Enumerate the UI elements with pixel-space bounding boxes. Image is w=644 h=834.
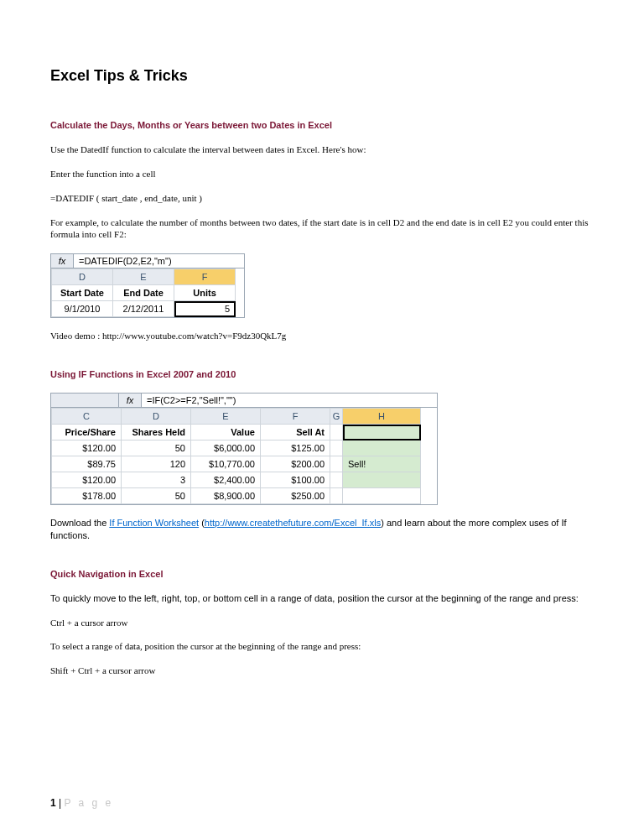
excel-grid: C D E F G H Price/Share Shares Held Valu… (51, 408, 421, 504)
cell-result-selected: 5 (174, 301, 236, 317)
column-header-D: D (122, 409, 191, 425)
cell-shares: 50 (122, 440, 191, 456)
page-number: 1 (50, 797, 56, 809)
cell-empty (330, 425, 343, 440)
cell-h-row3: Sell! (343, 456, 421, 472)
paragraph: For example, to calculate the number of … (50, 216, 594, 242)
page-title: Excel Tips & Tricks (50, 67, 594, 85)
excel-screenshot-if: fx =IF(C2>=F2,"Sell!","") C D E F G H Pr… (50, 393, 438, 505)
cell-empty (343, 488, 421, 504)
link-if-worksheet[interactable]: If Function Worksheet (109, 518, 199, 528)
cell-header-enddate: End Date (113, 285, 174, 301)
column-header-G: G (330, 409, 343, 425)
cell-value: $2,400.00 (191, 472, 261, 488)
cell-price: $89.75 (52, 456, 122, 472)
cell-price: $120.00 (52, 440, 122, 456)
cell-sellat: $250.00 (261, 488, 330, 504)
cell-header-units: Units (174, 285, 236, 301)
cell-price: $120.00 (52, 472, 122, 488)
cell-header-price: Price/Share (52, 425, 122, 440)
column-header-E: E (113, 269, 174, 285)
fx-label: fx (51, 254, 74, 268)
paragraph: Enter the function into a cell (50, 168, 594, 180)
paragraph: To quickly move to the left, right, top,… (50, 592, 594, 605)
cell-sellat: $125.00 (261, 440, 330, 456)
cell-h-row1-selected (343, 425, 421, 440)
cell-header-sellat: Sell At (261, 425, 330, 440)
cell-sellat: $200.00 (261, 456, 330, 472)
text: ( (199, 518, 205, 528)
cell-enddate-value: 2/12/2011 (113, 301, 174, 317)
cell-value: $8,900.00 (191, 488, 261, 504)
formula-text: =DATEDIF(D2,E2,"m") (74, 254, 244, 268)
paragraph-formula: =DATEDIF ( start_date , end_date, unit ) (50, 192, 594, 205)
cell-shares: 50 (122, 488, 191, 504)
cell-header-value: Value (191, 425, 261, 440)
paragraph: Use the DatedIf function to calculate th… (50, 143, 594, 156)
fx-label: fx (119, 394, 142, 407)
column-header-F-selected: F (174, 269, 236, 285)
cell-header-startdate: Start Date (52, 285, 113, 301)
column-header-D: D (52, 269, 113, 285)
text: ) (381, 518, 387, 528)
column-header-C: C (52, 409, 122, 425)
formula-bar: fx =IF(C2>=F2,"Sell!","") (51, 394, 437, 408)
document-page: Excel Tips & Tricks Calculate the Days, … (0, 0, 644, 834)
paragraph-video-link: Video demo : http://www.youtube.com/watc… (50, 330, 594, 342)
cell-startdate-value: 9/1/2010 (52, 301, 113, 317)
cell-shares: 120 (122, 456, 191, 472)
column-header-E: E (191, 409, 261, 425)
formula-text: =IF(C2>=F2,"Sell!","") (142, 394, 437, 407)
cell-value: $10,770.00 (191, 456, 261, 472)
paragraph-download: Download the If Function Worksheet (http… (50, 517, 594, 542)
cell-price: $178.00 (52, 488, 122, 504)
column-header-F: F (261, 409, 330, 425)
link-if-worksheet-url[interactable]: http://www.createthefuture.com/Excel_If.… (205, 518, 381, 528)
cell-value: $6,000.00 (191, 440, 261, 456)
excel-screenshot-datedif: fx =DATEDIF(D2,E2,"m") D E F Start Date … (50, 253, 245, 318)
cell-empty (330, 440, 343, 456)
excel-grid: D E F Start Date End Date Units 9/1/2010… (51, 268, 236, 317)
cell-empty (330, 456, 343, 472)
section-heading-quicknav: Quick Navigation in Excel (50, 569, 594, 579)
cell-sellat: $100.00 (261, 472, 330, 488)
footer-page-label: P a g e (64, 797, 113, 809)
cell-header-shares: Shares Held (122, 425, 191, 440)
cell-h-row2 (343, 440, 421, 456)
cell-h-row4 (343, 472, 421, 488)
paragraph-shortcut: Ctrl + a cursor arrow (50, 617, 594, 629)
page-footer: 1 | P a g e (50, 797, 113, 809)
formula-bar: fx =DATEDIF(D2,E2,"m") (51, 254, 244, 268)
cell-empty (330, 472, 343, 488)
paragraph: To select a range of data, position the … (50, 640, 594, 653)
column-header-H-selected: H (343, 409, 421, 425)
section-heading-if: Using IF Functions in Excel 2007 and 201… (50, 369, 594, 379)
section-heading-datedif: Calculate the Days, Months or Years betw… (50, 120, 594, 130)
cell-shares: 3 (122, 472, 191, 488)
text: Download the (50, 518, 109, 528)
footer-separator: | (56, 797, 65, 809)
paragraph-shortcut: Shift + Ctrl + a cursor arrow (50, 665, 594, 677)
cell-empty (330, 488, 343, 504)
